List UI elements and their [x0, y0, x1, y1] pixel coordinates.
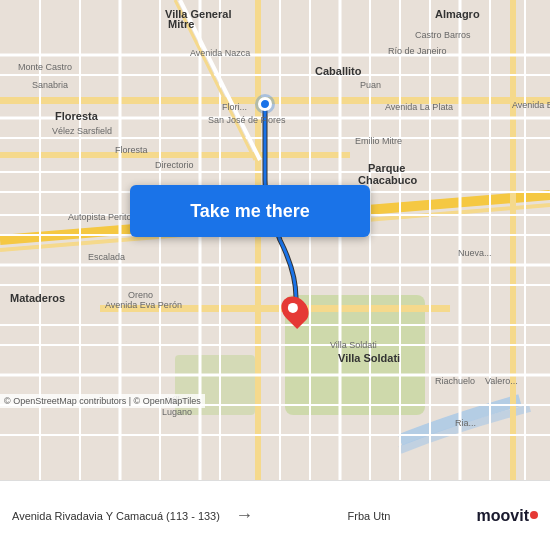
destination-marker [283, 295, 307, 325]
moovit-logo: moovit [477, 507, 538, 525]
current-location-marker [258, 97, 272, 111]
map-svg [0, 0, 550, 480]
svg-rect-7 [510, 0, 516, 480]
map-container: Villa General Mitre Almagro Castro Barro… [0, 0, 550, 480]
svg-rect-4 [0, 152, 350, 158]
route-from: Avenida Rivadavia Y Camacuá (113 - 133) [12, 510, 227, 522]
svg-rect-0 [0, 0, 550, 480]
svg-rect-5 [100, 305, 450, 312]
take-me-there-button[interactable]: Take me there [130, 185, 370, 237]
map-attribution: © OpenStreetMap contributors | © OpenMap… [0, 394, 205, 408]
info-bar: Avenida Rivadavia Y Camacuá (113 - 133) … [0, 480, 550, 550]
moovit-text: moovit [477, 507, 529, 525]
svg-rect-6 [255, 0, 261, 480]
route-arrow: → [235, 505, 253, 526]
route-to: Frba Utn [261, 510, 476, 522]
moovit-dot [530, 511, 538, 519]
svg-rect-3 [0, 97, 550, 104]
